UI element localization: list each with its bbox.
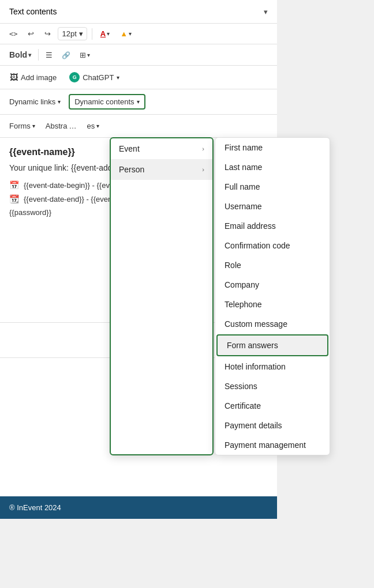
chatgpt-chevron: ▾ — [117, 74, 119, 81]
image-icon — [10, 73, 18, 82]
code-icon — [9, 29, 17, 38]
confirmation-code-item[interactable]: Confirmation code — [215, 236, 330, 255]
list-icon — [46, 51, 53, 59]
list-button[interactable] — [42, 48, 56, 62]
certificate-label: Certificate — [225, 401, 261, 410]
calendar-begin-icon: 📅 — [9, 180, 19, 190]
forms-label: Forms — [9, 122, 31, 130]
form-answers-label: Form answers — [227, 341, 278, 350]
forms-row: Forms ▾ Abstra … es ▾ — [0, 115, 277, 138]
abstract-button[interactable]: Abstra … — [42, 119, 80, 133]
bold-label: Bold — [9, 50, 27, 59]
underline-a-icon: A — [100, 29, 106, 38]
sessions-item[interactable]: Sessions — [215, 376, 330, 396]
email-address-item[interactable]: Email address — [215, 216, 330, 236]
undo-icon — [28, 29, 34, 38]
dynamic-contents-button[interactable]: Dynamic contents ▾ — [69, 94, 145, 110]
full-name-label: Full name — [225, 182, 260, 191]
dropdown-person-item[interactable]: Person › — [111, 159, 212, 180]
add-image-button[interactable]: Add image — [7, 71, 59, 84]
person-item-label: Person — [119, 165, 144, 174]
hotel-information-item[interactable]: Hotel information — [215, 357, 330, 376]
telephone-item[interactable]: Telephone — [215, 295, 330, 314]
dynamic-contents-dropdown: Event › Person › — [110, 137, 214, 455]
add-image-label: Add image — [21, 73, 57, 82]
sessions-label: Sessions — [225, 382, 257, 391]
payment-management-label: Payment management — [225, 440, 306, 450]
first-name-label: First name — [225, 143, 263, 152]
link-icon — [62, 51, 70, 59]
payment-details-item[interactable]: Payment details — [215, 416, 330, 435]
link-button[interactable] — [58, 48, 74, 62]
abstract-ellipsis: … — [69, 122, 76, 130]
username-item[interactable]: Username — [215, 197, 330, 216]
confirmation-code-label: Confirmation code — [225, 241, 290, 250]
table-icon — [80, 51, 86, 59]
footer-bar: ® InEvent 2024 — [0, 496, 277, 519]
code-button[interactable] — [6, 27, 21, 40]
toolbar-row-1: 12pt ▾ A ▾ ▾ — [0, 24, 277, 44]
telephone-label: Telephone — [225, 300, 262, 309]
chatgpt-label: ChatGPT — [83, 73, 114, 82]
person-chevron-right-icon: › — [202, 166, 204, 173]
dynamic-contents-chevron: ▾ — [137, 99, 140, 105]
format-row: Bold ▾ ▾ — [0, 44, 277, 66]
payment-details-label: Payment details — [225, 421, 282, 430]
highlight-button[interactable]: ▾ — [117, 27, 135, 40]
certificate-item[interactable]: Certificate — [215, 396, 330, 416]
event-chevron-right-icon: › — [202, 145, 204, 152]
dynamic-links-label: Dynamic links — [9, 97, 55, 106]
dynamic-links-button[interactable]: Dynamic links ▾ — [6, 95, 64, 108]
other-chevron: ▾ — [96, 123, 99, 129]
dropdown-event-item[interactable]: Event › — [111, 138, 212, 159]
dynamic-links-chevron: ▾ — [58, 99, 61, 105]
highlight-chevron: ▾ — [129, 31, 132, 37]
table-chevron: ▾ — [87, 52, 90, 58]
person-fields-dropdown: First name Last name Full name Username … — [215, 137, 330, 455]
company-item[interactable]: Company — [215, 275, 330, 295]
highlight-icon — [120, 29, 128, 38]
bold-chevron: ▾ — [28, 52, 31, 58]
font-size-select[interactable]: 12pt ▾ — [58, 27, 87, 40]
forms-chevron: ▾ — [32, 123, 35, 129]
chatgpt-icon: G — [69, 72, 80, 82]
table-button[interactable]: ▾ — [76, 48, 94, 62]
undo-button[interactable] — [24, 27, 38, 40]
hotel-information-label: Hotel information — [225, 362, 286, 371]
other-label: es — [87, 122, 95, 130]
header-bar: Text contents ▾ — [0, 0, 277, 24]
last-name-label: Last name — [225, 163, 262, 172]
image-row: Add image G ChatGPT ▾ — [0, 66, 277, 89]
forms-button[interactable]: Forms ▾ — [6, 119, 39, 133]
custom-message-item[interactable]: Custom message — [215, 314, 330, 334]
dynamic-row: Dynamic links ▾ Dynamic contents ▾ — [0, 89, 277, 115]
payment-management-item[interactable]: Payment management — [215, 435, 330, 455]
color-chevron: ▾ — [107, 31, 110, 37]
chevron-down-icon: ▾ — [264, 7, 268, 16]
font-size-chevron: ▾ — [79, 29, 83, 38]
abstract-label: Abstra — [46, 122, 68, 130]
separator-1 — [92, 28, 92, 40]
event-item-label: Event — [119, 144, 140, 153]
form-answers-item[interactable]: Form answers — [216, 334, 328, 356]
role-label: Role — [225, 261, 241, 270]
dynamic-contents-label: Dynamic contents — [74, 97, 134, 106]
email-address-label: Email address — [225, 221, 276, 231]
calendar-end-icon: 📆 — [9, 194, 19, 203]
separator-2 — [38, 49, 39, 61]
font-size-value: 12pt — [62, 29, 76, 38]
header-title: Text contents — [9, 7, 57, 16]
username-label: Username — [225, 202, 262, 211]
dropdown-overlay: Event › Person › First name Last name Fu… — [110, 137, 330, 455]
bold-button[interactable]: Bold ▾ — [6, 48, 35, 62]
redo-icon — [44, 29, 51, 38]
text-color-button[interactable]: A ▾ — [97, 27, 113, 40]
custom-message-label: Custom message — [225, 319, 287, 329]
chatgpt-button[interactable]: G ChatGPT ▾ — [66, 70, 122, 84]
redo-button[interactable] — [41, 27, 54, 40]
last-name-item[interactable]: Last name — [215, 157, 330, 177]
full-name-item[interactable]: Full name — [215, 177, 330, 197]
first-name-item[interactable]: First name — [215, 138, 330, 157]
other-button[interactable]: es ▾ — [83, 119, 103, 133]
role-item[interactable]: Role — [215, 255, 330, 275]
